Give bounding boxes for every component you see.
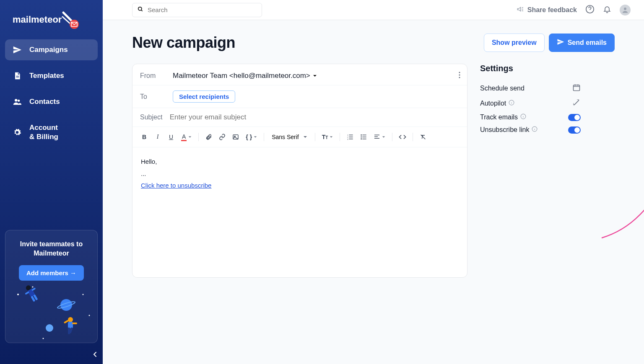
subject-label: Subject (140, 114, 170, 121)
add-members-button[interactable]: Add members → (19, 265, 84, 281)
sidebar-item-campaigns[interactable]: Campaigns (5, 39, 98, 60)
calendar-icon[interactable] (572, 83, 581, 93)
svg-point-41 (361, 137, 362, 138)
svg-point-11 (89, 315, 90, 316)
chevron-down-icon (303, 135, 307, 139)
sidebar-item-label: Contacts (29, 98, 60, 106)
svg-rect-1 (16, 76, 19, 76)
clear-formatting-button[interactable] (417, 131, 429, 143)
send-emails-button[interactable]: Send emails (549, 34, 615, 52)
gear-icon (13, 128, 22, 137)
svg-rect-22 (72, 323, 77, 324)
email-editor-card: From Mailmeteor Team <hello@mailmeteor.c… (132, 64, 467, 278)
unsubscribe-link[interactable]: Click here to unsubscribe (141, 182, 211, 189)
italic-button[interactable]: I (152, 131, 164, 143)
svg-rect-38 (349, 139, 353, 139)
meteor-icon (62, 12, 78, 28)
from-dropdown[interactable]: Mailmeteor Team <hello@mailmeteor.com> (173, 72, 317, 80)
setting-autopilot[interactable]: Autopilot (480, 96, 581, 111)
sidebar: mailmeteor Campaigns Templates (0, 0, 103, 364)
track-emails-toggle[interactable] (568, 114, 581, 121)
svg-rect-40 (363, 135, 366, 135)
svg-point-8 (17, 294, 19, 295)
setting-track-emails[interactable]: Track emails (480, 111, 581, 124)
attachment-button[interactable] (203, 131, 215, 143)
setting-schedule-send[interactable]: Schedule send (480, 81, 581, 96)
svg-point-27 (624, 8, 626, 10)
svg-point-43 (361, 138, 362, 139)
underline-button[interactable]: U (165, 131, 177, 143)
unsubscribe-link-toggle[interactable] (568, 126, 581, 134)
svg-rect-16 (31, 287, 36, 291)
more-options-button[interactable] (459, 72, 460, 80)
brand-logo[interactable]: mailmeteor (0, 8, 103, 36)
collapse-sidebar-button[interactable] (93, 349, 98, 359)
sidebar-nav: Campaigns Templates Contacts Account & B… (0, 36, 103, 156)
info-icon[interactable] (520, 114, 526, 121)
link-button[interactable] (216, 131, 228, 143)
svg-rect-15 (25, 291, 29, 294)
svg-point-3 (15, 99, 17, 101)
font-size-button[interactable]: TT (319, 131, 336, 143)
document-icon (13, 71, 22, 80)
feedback-label: Share feedback (527, 6, 577, 14)
search-input[interactable] (148, 6, 257, 13)
svg-point-10 (83, 294, 84, 295)
svg-rect-34 (349, 135, 353, 135)
select-recipients-button[interactable]: Select recipients (173, 90, 235, 103)
bell-icon[interactable] (603, 5, 611, 15)
help-icon[interactable] (585, 5, 595, 15)
subject-input[interactable] (170, 113, 460, 121)
svg-point-9 (32, 287, 34, 288)
align-button[interactable] (371, 131, 388, 143)
body-line: ... (141, 168, 459, 180)
svg-rect-45 (374, 135, 379, 135)
code-button[interactable] (397, 131, 408, 143)
magic-wand-icon[interactable] (572, 98, 581, 108)
svg-rect-48 (574, 85, 580, 90)
user-avatar[interactable] (620, 5, 631, 15)
sidebar-item-label: Campaigns (29, 46, 68, 54)
editor-toolbar: B I U A (132, 127, 467, 147)
page-title: New campaign (132, 34, 235, 52)
share-feedback-button[interactable]: Share feedback (517, 5, 577, 15)
body-line: Hello, (141, 156, 459, 168)
invite-card-title: Invite teammates to Mailmeteor (12, 240, 91, 258)
search-box[interactable] (132, 3, 262, 17)
svg-rect-42 (363, 137, 366, 137)
info-icon[interactable] (509, 100, 514, 107)
invite-illustration (5, 282, 98, 343)
text-color-button[interactable]: A (179, 131, 194, 143)
sidebar-item-contacts[interactable]: Contacts (5, 91, 98, 112)
svg-rect-46 (374, 137, 378, 137)
bold-button[interactable]: B (138, 131, 150, 143)
editor-body[interactable]: Hello, ... Click here to unsubscribe (132, 147, 467, 277)
svg-point-30 (459, 77, 460, 78)
svg-point-7 (46, 324, 53, 332)
to-label: To (140, 93, 173, 101)
sidebar-item-label: Account & Billing (29, 123, 58, 142)
font-family-select[interactable]: Sans Serif (268, 134, 311, 140)
svg-point-19 (68, 317, 73, 322)
invite-teammates-card: Invite teammates to Mailmeteor Add membe… (5, 230, 98, 343)
show-preview-button[interactable]: Show preview (484, 34, 545, 52)
svg-point-39 (361, 134, 362, 136)
image-button[interactable] (230, 131, 242, 143)
ordered-list-button[interactable]: 123 (344, 131, 356, 143)
sidebar-item-label: Templates (29, 72, 64, 80)
svg-rect-44 (363, 139, 366, 139)
svg-rect-2 (16, 77, 19, 77)
svg-point-12 (43, 338, 44, 339)
people-icon (13, 97, 22, 106)
setting-unsubscribe-link[interactable]: Unsubscribe link (480, 124, 581, 136)
sidebar-item-account-billing[interactable]: Account & Billing (5, 117, 98, 147)
send-icon (13, 45, 22, 54)
megaphone-icon (517, 5, 524, 15)
svg-rect-47 (374, 138, 379, 139)
svg-point-29 (459, 74, 460, 75)
send-icon (557, 38, 564, 47)
info-icon[interactable] (532, 126, 538, 134)
insert-variable-button[interactable]: { } (243, 131, 260, 143)
sidebar-item-templates[interactable]: Templates (5, 65, 98, 86)
unordered-list-button[interactable] (358, 131, 369, 143)
